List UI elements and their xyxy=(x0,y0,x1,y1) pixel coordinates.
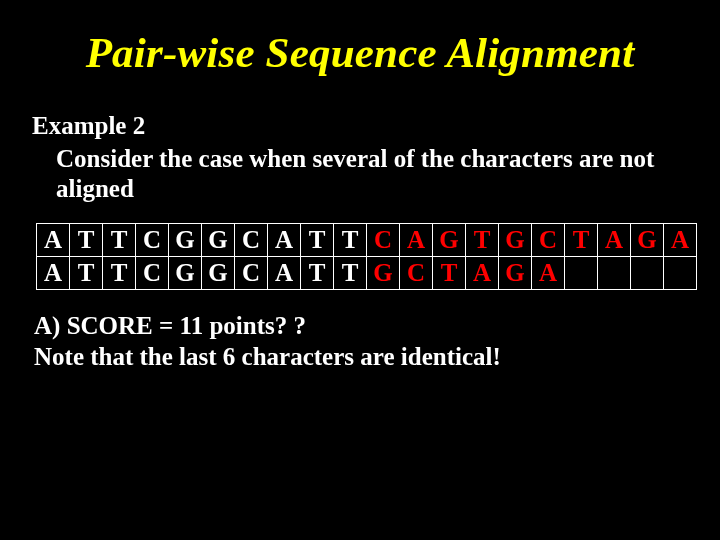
slide-title: Pair-wise Sequence Alignment xyxy=(32,28,688,77)
example-description: Consider the case when several of the ch… xyxy=(56,144,688,205)
alignment-table: ATTCGGCATTCAGTGCTAGAATTCGGCATTGCTAGA xyxy=(36,223,697,290)
alignment-cell: A xyxy=(664,223,697,256)
alignment-cell xyxy=(664,256,697,289)
alignment-cell xyxy=(631,256,664,289)
alignment-cell: C xyxy=(367,223,400,256)
alignment-cell: G xyxy=(202,223,235,256)
alignment-cell: T xyxy=(565,223,598,256)
alignment-cell: A xyxy=(400,223,433,256)
alignment-cell: A xyxy=(598,223,631,256)
alignment-cell: C xyxy=(235,256,268,289)
alignment-cell: T xyxy=(70,223,103,256)
example-label: Example 2 xyxy=(32,111,688,142)
alignment-cell: G xyxy=(631,223,664,256)
alignment-cell: A xyxy=(37,223,70,256)
alignment-cell: T xyxy=(103,223,136,256)
alignment-cell: T xyxy=(301,256,334,289)
alignment-cell: A xyxy=(466,256,499,289)
alignment-cell: C xyxy=(235,223,268,256)
alignment-cell: G xyxy=(169,256,202,289)
body-text: Example 2 Consider the case when several… xyxy=(32,111,688,205)
alignment-cell: T xyxy=(70,256,103,289)
alignment-cell xyxy=(565,256,598,289)
score-block: A) SCORE = 11 points? ? Note that the la… xyxy=(34,310,688,373)
score-line: A) SCORE = 11 points? ? xyxy=(34,310,688,341)
note-line: Note that the last 6 characters are iden… xyxy=(34,341,688,372)
slide: Pair-wise Sequence Alignment Example 2 C… xyxy=(0,0,720,540)
alignment-cell xyxy=(598,256,631,289)
alignment-cell: G xyxy=(169,223,202,256)
alignment-cell: G xyxy=(499,256,532,289)
alignment-cell: T xyxy=(433,256,466,289)
alignment-cell: T xyxy=(301,223,334,256)
alignment-cell: T xyxy=(334,223,367,256)
alignment-cell: G xyxy=(433,223,466,256)
alignment-cell: A xyxy=(268,256,301,289)
alignment-cell: C xyxy=(136,256,169,289)
alignment-cell: A xyxy=(37,256,70,289)
alignment-cell: G xyxy=(499,223,532,256)
alignment-row: ATTCGGCATTCAGTGCTAGA xyxy=(37,223,697,256)
alignment-cell: C xyxy=(532,223,565,256)
alignment-cell: G xyxy=(202,256,235,289)
alignment-cell: T xyxy=(103,256,136,289)
alignment-cell: G xyxy=(367,256,400,289)
alignment-cell: C xyxy=(136,223,169,256)
alignment-cell: A xyxy=(532,256,565,289)
alignment-cell: T xyxy=(466,223,499,256)
alignment-cell: C xyxy=(400,256,433,289)
alignment-row: ATTCGGCATTGCTAGA xyxy=(37,256,697,289)
alignment-cell: A xyxy=(268,223,301,256)
alignment-cell: T xyxy=(334,256,367,289)
